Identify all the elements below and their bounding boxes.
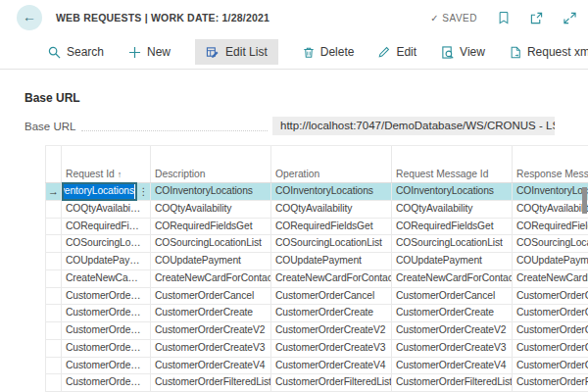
cell-response-message-id[interactable]: CORequiredFieldsGet xyxy=(513,219,588,235)
row-options-icon[interactable]: ⋮ xyxy=(137,184,150,201)
cell-request-message-id[interactable]: CustomerOrderFilteredList xyxy=(392,374,513,391)
table-row: CreateNewCardForContactCreateNewCardForC… xyxy=(45,270,588,288)
column-header-operation[interactable]: Operation xyxy=(271,163,392,182)
cell-operation[interactable]: CustomerOrderCreateV2 xyxy=(271,322,392,339)
base-url-input[interactable]: http://localhost:7047/DemoDatabase/WS/CR… xyxy=(272,117,555,135)
toolbar-delete-button[interactable]: Delete xyxy=(303,39,355,65)
strip-cell xyxy=(45,146,62,163)
cell-response-message-id[interactable]: CustomerOrderFilteredList xyxy=(513,374,588,391)
request-id-edit-box[interactable]: nventoryLocations xyxy=(62,182,137,201)
cell-request-message-id[interactable]: CustomerOrderCancel xyxy=(392,288,513,305)
cell-response-message-id[interactable]: COInventoryLocations xyxy=(513,183,588,201)
row-gutter[interactable] xyxy=(45,374,62,391)
cell-operation[interactable]: COSourcingLocationList xyxy=(271,235,392,252)
toolbar-edit-button[interactable]: Edit xyxy=(378,39,416,65)
row-gutter[interactable] xyxy=(45,270,62,287)
column-header-response-message-id[interactable]: Response Message Id xyxy=(513,163,588,182)
row-gutter[interactable] xyxy=(45,219,62,235)
cell-request-id[interactable]: nventoryLocations⋮ xyxy=(62,183,151,201)
back-button[interactable]: ← xyxy=(17,5,42,30)
cell-description[interactable]: CustomerOrderCancel xyxy=(151,288,271,305)
cell-response-message-id[interactable]: COSourcingLocationList xyxy=(513,235,588,252)
cell-description[interactable]: CustomerOrderFilteredList xyxy=(151,374,271,391)
cell-description[interactable]: CreateNewCardForContact xyxy=(151,270,271,287)
toolbar-search-button[interactable]: Search xyxy=(48,39,104,65)
row-gutter[interactable] xyxy=(45,235,62,252)
cell-description[interactable]: CustomerOrderCreateV2 xyxy=(151,322,271,339)
cell-description[interactable]: COSourcingLocationList xyxy=(151,235,271,252)
expand-icon[interactable] xyxy=(564,12,576,24)
row-gutter[interactable] xyxy=(45,358,62,374)
cell-request-message-id[interactable]: CustomerOrderCreateV4 xyxy=(392,358,513,374)
column-header-request-message-id[interactable]: Request Message Id xyxy=(392,163,513,182)
toolbar-view-button[interactable]: View xyxy=(441,39,485,65)
cell-response-message-id[interactable]: COQtyAvailability xyxy=(513,201,588,218)
cell-response-message-id[interactable]: COUpdatePayment xyxy=(513,253,588,270)
cell-response-message-id[interactable]: CustomerOrderCreateV4 xyxy=(513,358,588,374)
cell-request-message-id[interactable]: CustomerOrderCreateV2 xyxy=(392,322,513,339)
vertical-scrollbar-thumb[interactable] xyxy=(582,187,587,214)
cell-description[interactable]: COUpdatePayment xyxy=(151,253,271,270)
cell-operation[interactable]: COInventoryLocations xyxy=(271,183,392,201)
table-header-row: Request Id↑DescriptionOperationRequest M… xyxy=(45,163,588,183)
row-gutter[interactable] xyxy=(45,305,62,321)
cell-operation[interactable]: CORequiredFieldsGet xyxy=(271,219,392,235)
column-header-label: Request Id xyxy=(66,169,115,179)
cell-operation[interactable]: CustomerOrderCreate xyxy=(271,305,392,321)
selected-row-marker[interactable]: → xyxy=(45,183,62,201)
cell-request-message-id[interactable]: CustomerOrderCreate xyxy=(392,305,513,321)
cell-request-message-id[interactable]: COInventoryLocations xyxy=(392,183,513,201)
row-gutter[interactable] xyxy=(45,340,62,357)
cell-request-id[interactable]: COSourcingLocationList xyxy=(62,235,151,252)
column-header-description[interactable]: Description xyxy=(151,163,271,182)
cell-response-message-id[interactable]: CreateNewCardForContact xyxy=(513,270,588,287)
cell-request-id[interactable]: COUpdatePayment xyxy=(62,253,151,270)
cell-request-id[interactable]: CustomerOrderCreateV4 xyxy=(62,358,151,374)
cell-request-message-id[interactable]: CustomerOrderCreateV3 xyxy=(392,340,513,357)
cell-request-message-id[interactable]: COSourcingLocationList xyxy=(392,235,513,252)
row-gutter[interactable] xyxy=(45,322,62,339)
row-gutter[interactable] xyxy=(45,201,62,218)
cell-response-message-id[interactable]: CustomerOrderCreateV2 xyxy=(513,322,588,339)
cell-description[interactable]: COInventoryLocations xyxy=(151,183,271,201)
toolbar-request-xml-button[interactable]: Request xml xyxy=(510,39,588,65)
cell-operation[interactable]: CustomerOrderCancel xyxy=(271,288,392,305)
cell-request-id[interactable]: CustomerOrderCreateV2 xyxy=(62,322,151,339)
cell-request-id[interactable]: COQtyAvailability xyxy=(62,201,151,218)
cell-operation[interactable]: CreateNewCardForContact xyxy=(271,270,392,287)
column-header-request-id[interactable]: Request Id↑ xyxy=(62,163,151,182)
base-url-label: Base URL xyxy=(24,121,75,132)
table-row: CustomerOrderCreateV2CustomerOrderCreate… xyxy=(45,322,588,340)
cell-operation[interactable]: CustomerOrderFilteredList xyxy=(271,374,392,391)
cell-request-id[interactable]: CORequiredFieldsGet xyxy=(62,219,151,235)
cell-operation[interactable]: COQtyAvailability xyxy=(271,201,392,218)
cell-description[interactable]: CustomerOrderCreate xyxy=(151,305,271,321)
toolbar-label: New xyxy=(147,45,171,59)
toolbar-edit-list-button[interactable]: Edit List xyxy=(195,39,278,65)
cell-request-message-id[interactable]: COUpdatePayment xyxy=(392,253,513,270)
cell-request-id[interactable]: CustomerOrderFilteredList xyxy=(62,374,151,391)
cell-response-message-id[interactable]: CustomerOrderCreateV3 xyxy=(513,340,588,357)
cell-operation[interactable]: CustomerOrderCreateV4 xyxy=(271,358,392,374)
cell-response-message-id[interactable]: CustomerOrderCancel xyxy=(513,288,588,305)
cell-description[interactable]: CORequiredFieldsGet xyxy=(151,219,271,235)
cell-request-message-id[interactable]: COQtyAvailability xyxy=(392,201,513,218)
cell-request-message-id[interactable]: CreateNewCardForContact xyxy=(392,270,513,287)
row-gutter[interactable] xyxy=(45,253,62,270)
cell-description[interactable]: CustomerOrderCreateV4 xyxy=(151,358,271,374)
cell-description[interactable]: COQtyAvailability xyxy=(151,201,271,218)
cell-request-id[interactable]: CustomerOrderCancel xyxy=(62,288,151,305)
cell-request-id[interactable]: CreateNewCardForContact xyxy=(62,270,151,287)
cell-request-message-id[interactable]: CORequiredFieldsGet xyxy=(392,219,513,235)
cell-request-id[interactable]: CustomerOrderCreate xyxy=(62,305,151,321)
cell-operation[interactable]: CustomerOrderCreateV3 xyxy=(271,340,392,357)
cell-request-id[interactable]: CustomerOrderCreateV3 xyxy=(62,340,151,357)
strip-cell xyxy=(392,146,513,163)
cell-description[interactable]: CustomerOrderCreateV3 xyxy=(151,340,271,357)
cell-response-message-id[interactable]: CustomerOrderCreate xyxy=(513,305,588,321)
cell-operation[interactable]: COUpdatePayment xyxy=(271,253,392,270)
toolbar-new-button[interactable]: New xyxy=(128,39,171,65)
popout-icon[interactable] xyxy=(530,12,543,24)
row-gutter[interactable] xyxy=(45,288,62,305)
bookmark-icon[interactable] xyxy=(498,11,510,24)
